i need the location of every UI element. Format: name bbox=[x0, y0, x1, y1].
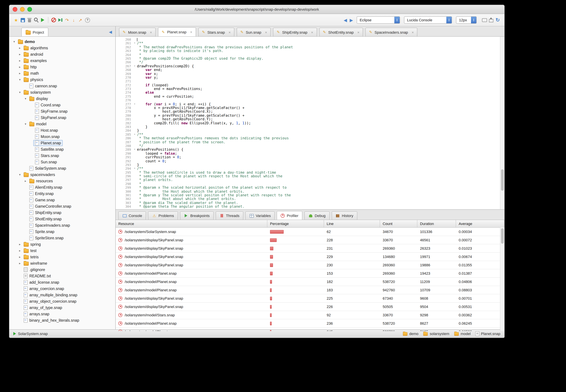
forward-icon[interactable]: ▶ bbox=[348, 17, 354, 23]
table-scrollbar-thumb[interactable] bbox=[501, 228, 504, 244]
code-line[interactable]: 273 end = maxPrevPositions; bbox=[116, 87, 500, 91]
fold-marker-icon[interactable]: ▾ bbox=[132, 102, 137, 106]
tree-item[interactable]: Planet.snap bbox=[9, 140, 115, 146]
chevron-collapsed-icon[interactable]: ▸ bbox=[18, 71, 22, 75]
table-row[interactable]: /solarsystem/display/SkyPanel.snap225673… bbox=[116, 294, 504, 303]
code-line[interactable]: 268 var end; bbox=[116, 68, 500, 72]
breadcrumb-item[interactable]: model bbox=[454, 331, 471, 336]
tab-shipentity-snap[interactable]: ✎ShipEntity.snap× bbox=[273, 28, 317, 36]
tree-item[interactable]: Stars.snap bbox=[9, 152, 115, 159]
close-icon[interactable]: × bbox=[229, 30, 231, 34]
tree-item[interactable]: GameController.snap bbox=[9, 203, 115, 209]
run-icon[interactable] bbox=[39, 17, 46, 23]
code-line[interactable]: 277▾ for (var i = 0; i < end; ++i) { bbox=[116, 102, 500, 106]
tree-item[interactable]: Sprite.snap bbox=[9, 228, 115, 235]
code-line[interactable]: 262 * The method drawPrevPositions draws… bbox=[116, 45, 500, 49]
code-line[interactable]: 292 count = 0; bbox=[116, 159, 500, 163]
tree-item[interactable]: ▾physics bbox=[9, 76, 115, 83]
tree-item[interactable]: add_license.snap bbox=[9, 279, 115, 285]
tree-item[interactable]: ▸math bbox=[9, 70, 115, 76]
code-line[interactable]: 261▾/** bbox=[116, 42, 500, 45]
code-line[interactable]: 270 var y; bbox=[116, 76, 500, 80]
tree-item[interactable]: .gitignore bbox=[9, 266, 115, 273]
code-line[interactable]: 295 * The method semiCircle is used to d… bbox=[116, 170, 500, 174]
close-icon[interactable]: × bbox=[311, 30, 313, 34]
column-header-average[interactable]: Average bbox=[456, 220, 504, 227]
table-row[interactable]: /solarsystem/model/Planet.snap1825387201… bbox=[116, 278, 504, 286]
close-icon[interactable]: × bbox=[357, 30, 359, 34]
minimize-window-icon[interactable] bbox=[20, 7, 25, 12]
chevron-expanded-icon[interactable]: ▾ bbox=[18, 90, 22, 94]
kill-icon[interactable] bbox=[50, 17, 57, 23]
tree-item[interactable]: AlienEntity.snap bbox=[9, 184, 115, 190]
table-row[interactable]: /solarsystem/model/Planet.snap1839427601… bbox=[116, 286, 504, 294]
screen-icon[interactable] bbox=[481, 17, 488, 23]
tree-item[interactable]: ▾solarsystem bbox=[9, 89, 115, 95]
tab-planet-snap[interactable]: ✎Planet.snap× bbox=[158, 27, 196, 36]
tree-item[interactable]: ▸android bbox=[9, 51, 115, 57]
code-line[interactable]: 296 * semi-circle of the planet with res… bbox=[116, 174, 500, 178]
code-line[interactable]: 274 else bbox=[116, 91, 500, 95]
code-line[interactable]: 275 end = currPosition; bbox=[116, 95, 500, 98]
code-line[interactable]: 260 bbox=[116, 38, 500, 42]
step-return-icon[interactable]: ↗ bbox=[77, 17, 84, 23]
code-line[interactable]: 269 var x; bbox=[116, 72, 500, 76]
code-line[interactable]: 293} bbox=[116, 163, 500, 167]
tab-stars-snap[interactable]: ✎Stars.snap× bbox=[198, 28, 235, 36]
chevron-expanded-icon[interactable]: ▾ bbox=[23, 97, 28, 100]
table-row[interactable]: /solarsystem/display/SkyPanel.snap230269… bbox=[116, 261, 504, 269]
delete-icon[interactable] bbox=[26, 17, 33, 23]
tree-item[interactable]: SpaceInvaders.snap bbox=[9, 222, 115, 228]
tab-debug[interactable]: Debug bbox=[304, 211, 330, 220]
favorite-icon[interactable]: ★ bbox=[13, 17, 19, 23]
column-header-resource[interactable]: Resource bbox=[116, 220, 267, 227]
tree-item[interactable]: binary_and_hex_literals.snap bbox=[9, 317, 115, 323]
table-row[interactable]: /solarsystem/SolarSystem.snap62346701013… bbox=[116, 228, 504, 236]
tab-breakpoints[interactable]: Breakpoints bbox=[180, 211, 214, 220]
chevron-collapsed-icon[interactable]: ▸ bbox=[18, 242, 22, 246]
code-line[interactable]: 298 * bbox=[116, 182, 500, 186]
tree-item[interactable]: ▸resources bbox=[9, 178, 115, 184]
search-icon[interactable] bbox=[33, 17, 39, 23]
tree-item[interactable]: array_coercion.snap bbox=[9, 285, 115, 292]
refresh-icon[interactable]: ↻ bbox=[494, 17, 501, 23]
tab-variables[interactable]: Variables bbox=[246, 211, 275, 220]
chevron-collapsed-icon[interactable]: ▸ bbox=[18, 255, 22, 258]
code-line[interactable]: 287 * position of the planet from the sc… bbox=[116, 140, 500, 144]
tab-shotentity-snap[interactable]: ✎ShotEntity.snap× bbox=[319, 28, 363, 36]
column-header-line[interactable]: Line bbox=[324, 220, 380, 227]
fold-marker-icon[interactable]: ▾ bbox=[132, 133, 137, 137]
tree-item[interactable]: Coord.snap bbox=[9, 102, 115, 108]
editor-scrollbar-thumb[interactable] bbox=[501, 169, 504, 191]
tree-item[interactable]: ▸algorithms bbox=[9, 45, 115, 51]
tree-item[interactable]: Sun.snap bbox=[9, 159, 115, 165]
code-line[interactable]: 304 * @param theta The angular position … bbox=[116, 205, 500, 209]
table-scrollbar[interactable] bbox=[500, 227, 504, 331]
table-row[interactable]: /solarsystem/display/SkyPanel.snap229134… bbox=[116, 253, 504, 261]
chevron-expanded-icon[interactable]: ▾ bbox=[23, 122, 28, 126]
tree-item[interactable]: Game.snap bbox=[9, 197, 115, 203]
tree-item[interactable]: ShipEntity.snap bbox=[9, 209, 115, 216]
tab-project[interactable]: Project bbox=[21, 28, 49, 36]
code-line[interactable]: 271 bbox=[116, 80, 500, 83]
code-line[interactable]: 279 host.getAbsPos(Coord.X); bbox=[116, 110, 500, 114]
tree-item[interactable]: SpriteStore.snap bbox=[9, 235, 115, 241]
chevron-expanded-icon[interactable]: ▾ bbox=[18, 173, 22, 176]
tree-item[interactable]: SkyPanel.snap bbox=[9, 114, 115, 121]
fold-marker-icon[interactable]: ▾ bbox=[132, 148, 137, 152]
tab-spaceinvaders-snap[interactable]: ✎SpaceInvaders.snap× bbox=[365, 28, 417, 36]
chevron-collapsed-icon[interactable]: ▸ bbox=[18, 262, 22, 265]
code-line[interactable]: 281 host.getAbsPos(Coord.Y); bbox=[116, 117, 500, 121]
code-line[interactable]: 272 if (looped) bbox=[116, 83, 500, 87]
tree-item[interactable]: ▾demo bbox=[9, 38, 115, 45]
code-line[interactable]: 286 * The method erasePrevPostions remov… bbox=[116, 136, 500, 140]
tab-history[interactable]: History bbox=[331, 211, 357, 220]
tree-item[interactable]: ▾spaceinvaders bbox=[9, 171, 115, 178]
code-line[interactable]: 289▾erasePrevPositions() { bbox=[116, 148, 500, 152]
code-line[interactable]: 284} bbox=[116, 129, 500, 133]
tree-item[interactable]: SolarSystem.snap bbox=[9, 165, 115, 171]
collapse-sidebar-icon[interactable]: ◀ bbox=[109, 30, 112, 34]
column-header-count[interactable]: Count bbox=[380, 220, 417, 227]
tree-item[interactable]: Host.snap bbox=[9, 127, 115, 133]
code-line[interactable]: 265 * @param comp2D The Graphics2D objec… bbox=[116, 57, 500, 60]
